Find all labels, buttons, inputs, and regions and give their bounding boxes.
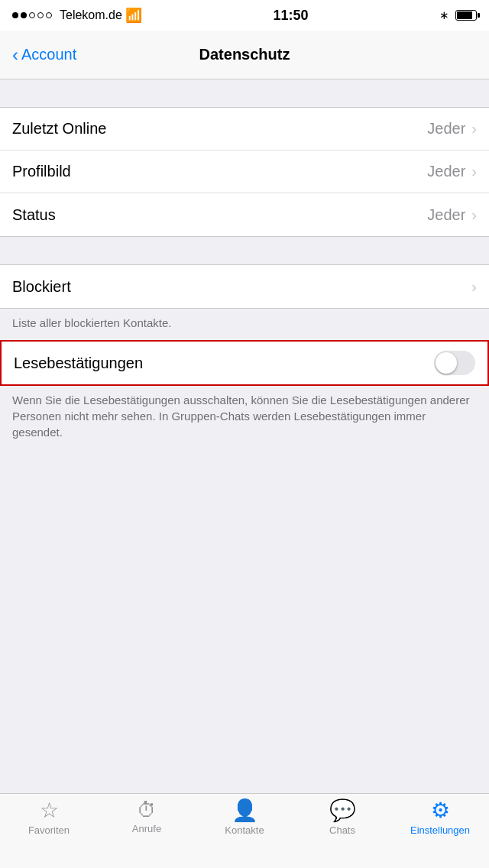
section-spacer-1	[0, 79, 489, 107]
section-footer-2: Liste aller blockierten Kontakte.	[0, 309, 489, 340]
signal-dots	[12, 12, 52, 18]
footer-text-3: Wenn Sie die Lesebestätigungen ausschalt…	[12, 394, 470, 439]
table-row[interactable]: Profilbild Jeder ›	[0, 151, 489, 193]
row-label-blockiert: Blockiert	[12, 278, 71, 296]
row-label-profilbild: Profilbild	[12, 163, 71, 180]
chevron-icon: ›	[471, 120, 477, 138]
table-row[interactable]: Blockiert ›	[0, 265, 489, 308]
dot3	[29, 12, 35, 18]
page-title: Datenschutz	[199, 46, 290, 63]
table-row[interactable]: Zuletzt Online Jeder ›	[0, 108, 489, 151]
battery-fill	[457, 11, 472, 19]
status-left: Telekom.de 📶	[12, 7, 142, 24]
tab-kontakte[interactable]: 👤 Kontakte	[196, 800, 293, 836]
anrufe-icon: ⏱	[137, 800, 157, 820]
row-label-lesebestatigungen: Lesebestätigungen	[14, 355, 143, 372]
row-value-zuletzt: Jeder ›	[427, 120, 477, 138]
row-value-status: Jeder ›	[427, 206, 477, 224]
favoriten-icon: ☆	[40, 800, 59, 821]
status-time: 11:50	[273, 8, 308, 24]
tab-favoriten[interactable]: ☆ Favoriten	[0, 800, 98, 836]
row-value-text-profilbild: Jeder	[427, 163, 465, 180]
table-row[interactable]: Lesebestätigungen	[2, 342, 487, 384]
dot5	[46, 12, 52, 18]
footer-text-2: Liste aller blockierten Kontakte.	[12, 316, 171, 329]
chevron-icon: ›	[471, 278, 477, 296]
bluetooth-icon: ∗	[439, 8, 449, 22]
nav-bar: ‹ Account Datenschutz	[0, 31, 489, 79]
battery-icon	[455, 10, 477, 21]
carrier-label: Telekom.de	[60, 8, 122, 22]
chevron-icon: ›	[471, 206, 477, 224]
row-value-text-zuletzt: Jeder	[427, 120, 465, 138]
tab-anrufe[interactable]: ⏱ Anrufe	[98, 800, 196, 834]
tab-bar: ☆ Favoriten ⏱ Anrufe 👤 Kontakte 💬 Chats …	[0, 793, 489, 868]
settings-group-3-highlighted: Lesebestätigungen	[0, 340, 489, 386]
tab-label-chats: Chats	[329, 824, 355, 836]
table-row[interactable]: Status Jeder ›	[0, 193, 489, 236]
toggle-thumb	[436, 352, 457, 374]
section-spacer-2	[0, 237, 489, 264]
status-right: ∗	[439, 8, 477, 22]
settings-group-2: Blockiert ›	[0, 264, 489, 309]
row-value-blockiert: ›	[471, 278, 477, 296]
row-value-text-status: Jeder	[427, 206, 465, 224]
back-chevron-icon: ‹	[12, 46, 18, 64]
kontakte-icon: 👤	[232, 800, 258, 821]
status-bar: Telekom.de 📶 11:50 ∗	[0, 0, 489, 31]
tab-label-kontakte: Kontakte	[225, 824, 264, 836]
section-footer-3: Wenn Sie die Lesebestätigungen ausschalt…	[0, 386, 489, 449]
dot4	[37, 12, 44, 18]
settings-group-1: Zuletzt Online Jeder › Profilbild Jeder …	[0, 107, 489, 237]
chats-icon: 💬	[329, 800, 356, 821]
tab-label-anrufe: Anrufe	[132, 823, 161, 834]
back-button[interactable]: ‹ Account	[12, 46, 76, 64]
dot1	[12, 12, 18, 18]
dot2	[21, 12, 27, 18]
row-value-profilbild: Jeder ›	[427, 163, 477, 180]
lesebestatigungen-toggle[interactable]	[434, 351, 475, 375]
chevron-icon: ›	[471, 163, 477, 180]
tab-einstellungen[interactable]: ⚙ Einstellungen	[391, 800, 489, 836]
tab-chats[interactable]: 💬 Chats	[293, 800, 391, 836]
einstellungen-icon: ⚙	[431, 800, 450, 821]
wifi-icon: 📶	[125, 7, 142, 24]
tab-label-favoriten: Favoriten	[28, 824, 70, 836]
row-label-zuletzt: Zuletzt Online	[12, 120, 106, 138]
tab-label-einstellungen: Einstellungen	[410, 824, 470, 836]
main-content: Zuletzt Online Jeder › Profilbild Jeder …	[0, 79, 489, 793]
row-label-status: Status	[12, 206, 56, 224]
back-label: Account	[21, 46, 76, 63]
